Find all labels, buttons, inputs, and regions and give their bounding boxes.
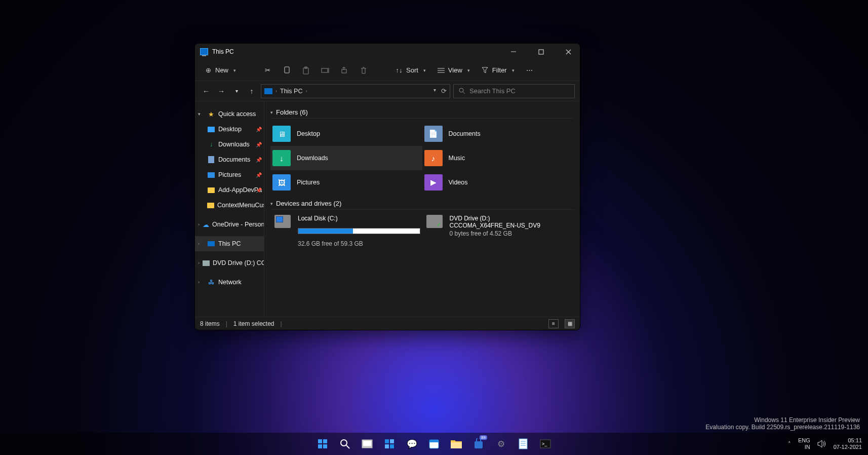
view-button[interactable]: View: [437, 66, 470, 74]
nav-sidebar: ▾ ★ Quick access Desktop 📌 ↓ Downloads 📌…: [195, 101, 264, 317]
delete-icon[interactable]: [360, 66, 368, 74]
forward-button[interactable]: →: [215, 85, 227, 97]
up-button[interactable]: ↑: [246, 85, 258, 97]
calendar-app[interactable]: [425, 435, 443, 452]
folder-tile-music[interactable]: ♪ Music: [422, 146, 574, 170]
settings-app[interactable]: ⚙: [492, 435, 509, 452]
sidebar-network[interactable]: › 🖧 Network: [195, 275, 264, 290]
folder-label: Pictures: [297, 179, 320, 186]
terminal-app[interactable]: >_: [537, 435, 554, 452]
svg-rect-16: [323, 439, 327, 443]
sidebar-item-context[interactable]: ContextMenuCust: [195, 198, 264, 213]
folder-label: Downloads: [297, 155, 328, 162]
filter-button[interactable]: Filter: [481, 66, 515, 74]
address-dropdown[interactable]: ▾: [433, 87, 436, 95]
sidebar-dvd[interactable]: › DVD Drive (D:) CCCO: [195, 255, 264, 271]
search-placeholder: Search This PC: [469, 87, 516, 95]
sidebar-onedrive[interactable]: › ☁ OneDrive - Personal: [195, 217, 264, 232]
new-button[interactable]: ⊕ New: [204, 66, 236, 74]
pin-icon: 📌: [256, 172, 262, 178]
drive-name: DVD Drive (D:): [450, 215, 572, 222]
widgets-button[interactable]: [381, 435, 398, 452]
search-button[interactable]: [336, 435, 353, 452]
sidebar-item-downloads[interactable]: ↓ Downloads 📌: [195, 137, 264, 152]
chevron-right-icon: ›: [198, 222, 200, 227]
selected-count: 1 item selected: [233, 320, 274, 327]
folder-tile-desktop[interactable]: 🖥 Desktop: [270, 122, 422, 146]
svg-text:>_: >_: [542, 441, 547, 446]
sidebar-label: Pictures: [218, 171, 241, 178]
sidebar-quick-access[interactable]: ▾ ★ Quick access: [195, 106, 264, 122]
sidebar-this-pc[interactable]: › This PC: [195, 236, 264, 251]
folder-tile-videos[interactable]: ▶ Videos: [422, 170, 574, 195]
store-app[interactable]: 89: [470, 435, 487, 452]
folder-tile-documents[interactable]: 📄 Documents: [422, 122, 574, 146]
tiles-view-button[interactable]: ▦: [565, 319, 575, 328]
downloads-icon: ↓: [207, 141, 215, 148]
file-explorer-app[interactable]: [448, 435, 465, 452]
tray-overflow[interactable]: ˄: [788, 441, 791, 447]
folder-icon: [207, 202, 214, 209]
minimize-button[interactable]: [502, 44, 525, 60]
chevron-right-icon: ›: [198, 260, 200, 266]
sidebar-label: Downloads: [218, 141, 250, 148]
svg-rect-17: [318, 444, 322, 448]
system-tray: ˄ ENG IN 05:11 07-12-2021: [788, 437, 862, 450]
folders-grid: 🖥 Desktop 📄 Documents ↓ Downloads ♪ Musi…: [270, 122, 574, 195]
chat-button[interactable]: 💬: [403, 435, 420, 452]
chevron-down-icon: ▾: [198, 111, 204, 117]
pin-icon: 📌: [256, 127, 262, 132]
sidebar-item-addapp[interactable]: Add-AppDevPa 📌: [195, 182, 264, 198]
videos-icon: ▶: [424, 174, 443, 191]
refresh-button[interactable]: ⟳: [441, 87, 447, 95]
rename-icon[interactable]: [321, 66, 329, 74]
command-toolbar: ⊕ New ✂ ↑↓ Sort View Filter: [195, 60, 580, 81]
close-button[interactable]: [557, 44, 580, 60]
drive-tile-c[interactable]: Local Disk (C:) 32.6 GB free of 59.3 GB: [270, 213, 422, 247]
language-indicator[interactable]: ENG IN: [798, 437, 810, 450]
lang-2: IN: [805, 444, 810, 450]
clock[interactable]: 05:11 07-12-2021: [834, 437, 862, 450]
share-icon[interactable]: [340, 66, 348, 74]
volume-icon[interactable]: [817, 440, 826, 448]
search-box[interactable]: Search This PC: [453, 84, 575, 98]
task-view-button[interactable]: [359, 435, 376, 452]
folder-label: Desktop: [297, 130, 320, 137]
sidebar-label: OneDrive - Personal: [212, 221, 264, 228]
notepad-app[interactable]: [515, 435, 532, 452]
this-pc-icon: [264, 88, 272, 94]
more-button[interactable]: ⋯: [526, 66, 534, 74]
svg-point-13: [459, 88, 463, 92]
folder-tile-downloads[interactable]: ↓ Downloads: [270, 146, 422, 170]
recent-dropdown[interactable]: ▾: [230, 85, 243, 97]
maximize-button[interactable]: [529, 44, 553, 60]
copy-icon[interactable]: [283, 66, 291, 74]
folder-label: Music: [449, 155, 465, 162]
sidebar-item-desktop[interactable]: Desktop 📌: [195, 122, 264, 137]
back-button[interactable]: ←: [200, 85, 212, 97]
sort-label: Sort: [406, 66, 418, 74]
folders-section-header[interactable]: ▾ Folders (6): [270, 108, 574, 116]
folder-tile-pictures[interactable]: 🖼 Pictures: [270, 170, 422, 195]
svg-line-20: [346, 445, 349, 448]
paste-icon[interactable]: [302, 66, 310, 74]
window-title: This PC: [212, 48, 234, 55]
devices-section-header[interactable]: ▾ Devices and drives (2): [270, 200, 574, 207]
svg-rect-9: [342, 69, 346, 73]
svg-line-14: [463, 92, 465, 94]
explorer-body: ▾ ★ Quick access Desktop 📌 ↓ Downloads 📌…: [195, 101, 580, 317]
titlebar[interactable]: This PC: [195, 44, 580, 60]
sort-button[interactable]: ↑↓ Sort: [395, 66, 426, 74]
start-button[interactable]: [314, 435, 331, 452]
windows-watermark: Windows 11 Enterprise Insider Preview Ev…: [705, 416, 860, 431]
address-bar[interactable]: › This PC › ▾ ⟳: [261, 84, 450, 98]
details-view-button[interactable]: ≡: [548, 319, 559, 328]
pictures-icon: 🖼: [272, 174, 291, 191]
sidebar-item-documents[interactable]: Documents 📌: [195, 152, 264, 167]
time: 05:11: [848, 437, 862, 444]
cut-icon[interactable]: ✂: [263, 66, 271, 74]
view-label: View: [448, 66, 462, 74]
sidebar-label: Network: [218, 279, 242, 286]
drive-tile-d[interactable]: DVD Drive (D:) CCCOMA_X64FRE_EN-US_DV9 0…: [422, 213, 574, 247]
sidebar-item-pictures[interactable]: Pictures 📌: [195, 167, 264, 182]
